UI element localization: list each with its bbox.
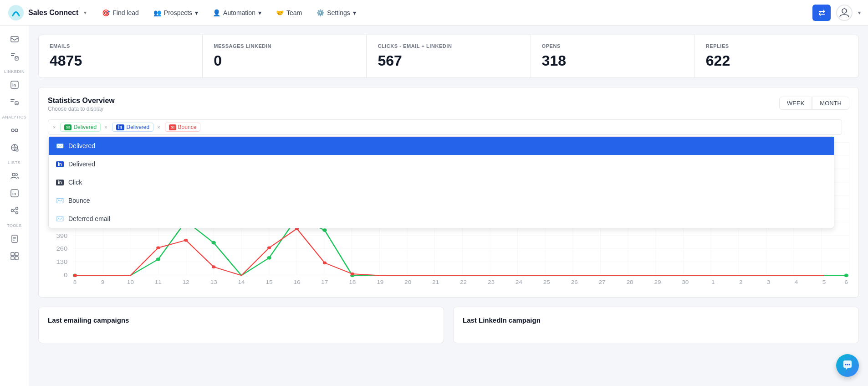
green-dot-17	[322, 228, 327, 232]
linkedin-campaign-title: Last LinkedIn campaign	[463, 316, 849, 324]
tag-email-delivered[interactable]: ✉ Delivered	[60, 123, 101, 132]
svg-text:14: 14	[238, 279, 245, 285]
svg-rect-34	[11, 257, 14, 260]
nav-automation[interactable]: 👤 Automation ▾	[206, 5, 268, 20]
stat-messages-label: MESSAGES LINKEDIN	[214, 43, 355, 49]
dropdown-bounce[interactable]: ✉️ Bounce	[49, 191, 834, 210]
svg-point-79	[849, 364, 850, 365]
sidebar-item-linkedin[interactable]: in	[5, 77, 25, 93]
sidebar-item-lists-linkedin[interactable]: in	[5, 185, 25, 201]
red-dot-18	[351, 273, 354, 276]
sidebar-item-lists-share[interactable]	[5, 202, 25, 219]
red-dot-17	[323, 262, 327, 265]
linkedin-delivered-close[interactable]: ×	[104, 124, 107, 130]
sidebar-label-linkedin: LINKEDIN	[0, 69, 29, 74]
nav-settings[interactable]: ⚙️ Settings ▾	[310, 5, 363, 20]
svg-text:26: 26	[571, 279, 578, 285]
tag-bounce[interactable]: ✉ Bounce	[165, 123, 201, 132]
nav-right: ⇄ ▾	[812, 5, 861, 21]
nav-team[interactable]: 🤝 Team	[270, 5, 308, 20]
green-dot-13	[211, 241, 215, 245]
svg-point-12	[11, 129, 14, 132]
sidebar-item-tools-doc[interactable]	[5, 231, 25, 247]
dropdown-linkedin-delivered[interactable]: in Delivered	[49, 155, 834, 173]
statistics-overview-section: Statistics Overview Choose data to displ…	[38, 87, 859, 298]
logo-icon	[7, 4, 25, 21]
chat-bubble[interactable]	[836, 354, 859, 377]
sidebar: LINKEDIN in in ANALYTICS in	[0, 26, 29, 386]
tag-linkedin-icon: in	[116, 124, 125, 130]
svg-text:19: 19	[377, 279, 383, 285]
chart-title: Statistics Overview	[48, 97, 115, 105]
list-email-icon	[10, 52, 19, 61]
stats-row: EMAILS 4875 MESSAGES LINKEDIN 0 CLICKS -…	[38, 35, 859, 78]
lists-users-icon	[10, 171, 19, 180]
svg-point-19	[12, 173, 15, 176]
sidebar-item-tools-grid[interactable]	[5, 248, 25, 264]
sidebar-section-analytics: in in	[0, 122, 29, 156]
sidebar-item-lists-users[interactable]	[5, 168, 25, 184]
tools-doc-icon	[10, 234, 19, 243]
email-delivered-close[interactable]: ×	[53, 124, 56, 130]
svg-text:in: in	[12, 83, 16, 87]
red-dot-13	[212, 265, 215, 268]
sidebar-item-analytics-link[interactable]: in	[5, 122, 25, 139]
green-dot-11	[156, 257, 160, 261]
svg-text:12: 12	[183, 279, 189, 285]
green-dot-end	[844, 274, 848, 278]
svg-text:20: 20	[404, 279, 411, 285]
dropdown-bounce-icon: ✉️	[56, 197, 64, 204]
tag-linkedin-delivered[interactable]: in Delivered	[112, 123, 154, 132]
svg-point-20	[15, 174, 17, 176]
tag-email-icon: ✉	[64, 124, 71, 130]
chart-title-block: Statistics Overview Choose data to displ…	[48, 97, 115, 112]
svg-text:2: 2	[739, 279, 743, 285]
exchange-button[interactable]: ⇄	[812, 5, 831, 21]
settings-label: Settings	[327, 9, 350, 16]
svg-rect-8	[10, 99, 15, 100]
dropdown-click[interactable]: in Click	[49, 173, 834, 191]
logo[interactable]: Sales Connect ▾	[7, 4, 87, 21]
dropdown-deferred[interactable]: ✉️ Deferred email	[49, 210, 834, 228]
logo-text: Sales Connect	[28, 9, 78, 17]
svg-text:8: 8	[73, 279, 77, 285]
stat-emails-label: EMAILS	[50, 43, 191, 49]
sidebar-item-list-linkedin[interactable]: in	[5, 94, 25, 110]
filter-tags-row[interactable]: × ✉ Delivered × in Delivered × ✉ Bounce	[48, 119, 842, 135]
svg-text:22: 22	[460, 279, 467, 285]
red-dot-8	[73, 274, 77, 277]
chat-icon	[842, 360, 853, 371]
tag-linkedin-delivered-label: Delivered	[126, 124, 149, 130]
month-button[interactable]: MONTH	[812, 97, 849, 110]
nav-find-lead[interactable]: 🎯 Find lead	[96, 5, 145, 20]
logo-dropdown-icon: ▾	[84, 10, 87, 16]
user-avatar[interactable]	[836, 5, 853, 21]
dropdown-email-delivered[interactable]: ✉️ Delivered	[49, 137, 834, 155]
svg-text:6: 6	[844, 279, 848, 285]
svg-point-1	[842, 9, 847, 13]
chart-controls: WEEK MONTH	[779, 97, 849, 110]
dropdown-deferred-icon: ✉️	[56, 215, 64, 222]
dropdown-email-icon: ✉️	[56, 142, 64, 149]
bounce-close[interactable]: ×	[157, 124, 160, 130]
stat-replies-label: REPLIES	[706, 43, 848, 49]
week-button[interactable]: WEEK	[779, 97, 812, 110]
user-arrow-icon: ▾	[858, 10, 861, 16]
svg-rect-4	[11, 55, 14, 56]
nav-prospects[interactable]: 👥 Prospects ▾	[147, 5, 204, 20]
email-icon	[10, 35, 19, 44]
dropdown-click-icon: in	[56, 180, 64, 185]
red-dot-11	[156, 246, 160, 249]
automation-icon: 👤	[213, 9, 220, 16]
svg-point-23	[15, 207, 18, 210]
top-navigation: Sales Connect ▾ 🎯 Find lead 👥 Prospects …	[0, 0, 868, 26]
svg-text:21: 21	[432, 279, 439, 285]
lists-linkedin-icon: in	[10, 189, 19, 198]
svg-text:30: 30	[682, 279, 689, 285]
tools-grid-icon	[10, 252, 19, 261]
sidebar-item-list-email[interactable]	[5, 48, 25, 65]
sidebar-item-analytics-globe[interactable]: in	[5, 139, 25, 156]
sidebar-item-email[interactable]	[5, 31, 25, 47]
stat-messages-linkedin: MESSAGES LINKEDIN 0	[203, 35, 367, 77]
red-dot-12	[184, 239, 188, 242]
